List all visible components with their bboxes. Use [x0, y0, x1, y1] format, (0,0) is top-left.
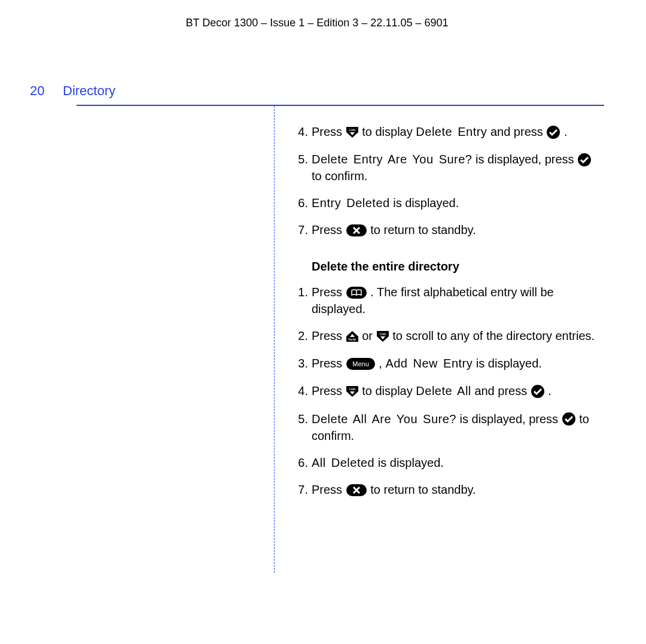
step-number: 5. [292, 151, 312, 184]
step-a4: 4. Press Calls to display Delete Entry a… [292, 124, 604, 141]
step-a7: 7. Press to return to standby. [292, 222, 604, 239]
check-icon [531, 383, 545, 399]
icon-label: Calls [379, 332, 386, 336]
text: Press [312, 483, 346, 496]
step-a6: 6. Entry Deleted is displayed. [292, 195, 604, 211]
lcd-text: Add New Entry [385, 357, 473, 370]
text: or [362, 329, 376, 342]
text: Press [312, 223, 346, 236]
check-icon [577, 151, 592, 167]
lcd-text: Delete Entry [416, 125, 487, 138]
cancel-icon [346, 222, 367, 238]
step-b4: 4. Press Calls to display Delete All and… [292, 383, 604, 400]
page-number: 20 [30, 83, 63, 99]
text: . [564, 125, 568, 138]
lcd-text: Delete All [416, 384, 471, 397]
text: is displayed. [476, 357, 542, 370]
lcd-text: Delete Entry Are You Sure? [312, 153, 473, 166]
icon-label: Calls [349, 128, 356, 132]
step-number: 4. [292, 383, 312, 400]
check-icon [546, 123, 560, 139]
step-a5: 5. Delete Entry Are You Sure? is display… [292, 151, 604, 184]
calls-down-icon: Calls [346, 383, 359, 399]
text: is displayed, press [476, 153, 577, 166]
text: to return to standby. [370, 483, 476, 496]
subheading: Delete the entire directory [312, 260, 604, 274]
text: Press [312, 384, 346, 397]
redial-up-icon: Redial [346, 327, 359, 344]
text: Press [312, 285, 346, 299]
page-header: BT Decor 1300 – Issue 1 – Edition 3 – 22… [30, 17, 604, 29]
check-icon [562, 411, 576, 427]
text: to display [362, 125, 416, 138]
calls-down-icon: Calls [376, 327, 389, 344]
text: to display [362, 384, 416, 397]
left-column [77, 106, 275, 573]
text: is displayed. [378, 456, 444, 469]
menu-icon: Menu [346, 355, 376, 371]
icon-label: Menu [352, 360, 369, 367]
text: to confirm. [312, 169, 367, 183]
calls-down-icon: Calls [346, 123, 359, 139]
step-number: 6. [292, 195, 312, 211]
step-number: 3. [292, 356, 312, 372]
lcd-text: Delete All Are You Sure? [312, 412, 456, 426]
step-number: 5. [292, 411, 312, 444]
step-number: 7. [292, 222, 312, 239]
text: to return to standby. [370, 223, 476, 236]
lcd-text: Entry Deleted [312, 196, 390, 209]
step-number: 2. [292, 328, 312, 345]
step-b5: 5. Delete All Are You Sure? is displayed… [292, 411, 604, 444]
text: . [548, 384, 551, 397]
step-number: 7. [292, 482, 312, 499]
text: Press [312, 329, 346, 342]
icon-label: Calls [349, 387, 356, 391]
text: is displayed. [393, 196, 459, 209]
right-column: 4. Press Calls to display Delete Entry a… [275, 106, 604, 573]
text: , [379, 357, 385, 370]
step-number: 6. [292, 455, 312, 471]
icon-label: Redial [348, 338, 356, 341]
text: to scroll to any of the directory entrie… [392, 329, 595, 342]
step-b3: 3. Press Menu , Add New Entry is display… [292, 356, 604, 372]
book-icon [346, 284, 367, 300]
lcd-text: All Deleted [312, 456, 374, 469]
step-b2: 2. Press Redial or Call [292, 328, 604, 345]
text: and press [490, 125, 546, 138]
step-b1: 1. Press . The first alphabetical entry … [292, 284, 604, 317]
text: Press [312, 125, 346, 138]
step-number: 4. [292, 124, 312, 141]
section-title: Directory [63, 83, 115, 99]
step-b7: 7. Press to return to standby. [292, 482, 604, 499]
step-b6: 6. All Deleted is displayed. [292, 455, 604, 471]
cancel-icon [346, 481, 367, 497]
text: is displayed, press [460, 412, 562, 426]
step-number: 1. [292, 284, 312, 317]
text: and press [474, 384, 530, 397]
title-row: 20 Directory [30, 83, 604, 99]
text: Press [312, 357, 346, 370]
